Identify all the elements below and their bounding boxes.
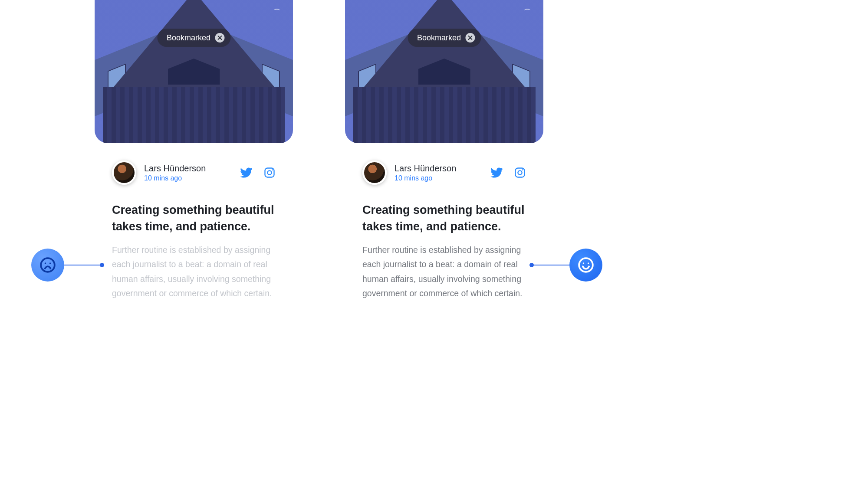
instagram-icon (263, 167, 276, 179)
svg-point-4 (518, 170, 522, 174)
instagram-link[interactable] (263, 167, 276, 179)
post-content: Creating something beautiful takes time,… (95, 185, 293, 301)
author-row: Lars Hünderson 10 mins ago (95, 160, 293, 185)
comparison-pair: Bookmarked Lars Hünderson 10 mins ago (0, 0, 868, 488)
author-name: Lars Hünderson (144, 164, 232, 174)
instagram-icon (514, 167, 526, 179)
svg-point-8 (49, 262, 51, 264)
author-name: Lars Hünderson (395, 164, 483, 174)
avatar[interactable] (362, 160, 387, 185)
author-text: Lars Hünderson 10 mins ago (395, 164, 483, 182)
svg-point-10 (583, 262, 584, 264)
decorative-bird (274, 9, 280, 12)
avatar[interactable] (112, 160, 136, 185)
bookmark-remove-button[interactable] (215, 33, 224, 43)
svg-point-11 (588, 262, 589, 264)
post-timestamp[interactable]: 10 mins ago (395, 174, 483, 182)
bookmark-label: Bookmarked (417, 33, 461, 43)
twitter-icon (490, 166, 503, 179)
svg-point-2 (272, 169, 273, 170)
annotation-dot (529, 263, 534, 267)
annotation-dot (100, 263, 104, 267)
bookmark-label: Bookmarked (167, 33, 210, 43)
post-timestamp[interactable]: 10 mins ago (144, 174, 232, 182)
bookmark-badge: Bookmarked (408, 29, 481, 47)
svg-point-6 (41, 258, 55, 272)
sad-face-icon (39, 257, 56, 273)
post-body: Further routine is established by assign… (112, 243, 276, 301)
post-body: Further routine is established by assign… (362, 243, 526, 301)
svg-point-9 (579, 258, 593, 272)
svg-point-1 (267, 170, 271, 174)
decorative-bird (524, 9, 530, 12)
close-icon (217, 36, 222, 40)
close-icon (468, 36, 472, 40)
bookmark-remove-button[interactable] (465, 33, 475, 43)
post-hero-image: Bookmarked (95, 0, 293, 143)
post-content: Creating something beautiful takes time,… (345, 185, 543, 301)
decorative-gable (103, 0, 285, 100)
decorative-wall (103, 87, 285, 143)
instagram-link[interactable] (514, 167, 526, 179)
svg-point-7 (45, 262, 46, 264)
twitter-icon (240, 166, 253, 179)
negative-feedback-badge[interactable] (31, 249, 64, 282)
twitter-link[interactable] (490, 166, 503, 179)
decorative-wall (353, 87, 536, 143)
author-row: Lars Hünderson 10 mins ago (345, 160, 543, 185)
post-hero-image: Bookmarked (345, 0, 543, 143)
happy-face-icon (578, 257, 594, 273)
social-links (240, 166, 276, 179)
bookmark-badge: Bookmarked (157, 29, 230, 47)
positive-feedback-badge[interactable] (569, 249, 602, 282)
social-links (490, 166, 526, 179)
post-title: Creating something beautiful takes time,… (362, 202, 526, 235)
annotation-line (533, 265, 569, 265)
decorative-gable (353, 0, 536, 100)
post-card-right: Bookmarked Lars Hünderson 10 mins ago (345, 0, 543, 488)
twitter-link[interactable] (240, 166, 253, 179)
svg-point-5 (522, 169, 523, 170)
post-title: Creating something beautiful takes time,… (112, 202, 276, 235)
author-text: Lars Hünderson 10 mins ago (144, 164, 232, 182)
post-card-left: Bookmarked Lars Hünderson 10 mins ago (95, 0, 293, 488)
annotation-line (64, 265, 101, 265)
